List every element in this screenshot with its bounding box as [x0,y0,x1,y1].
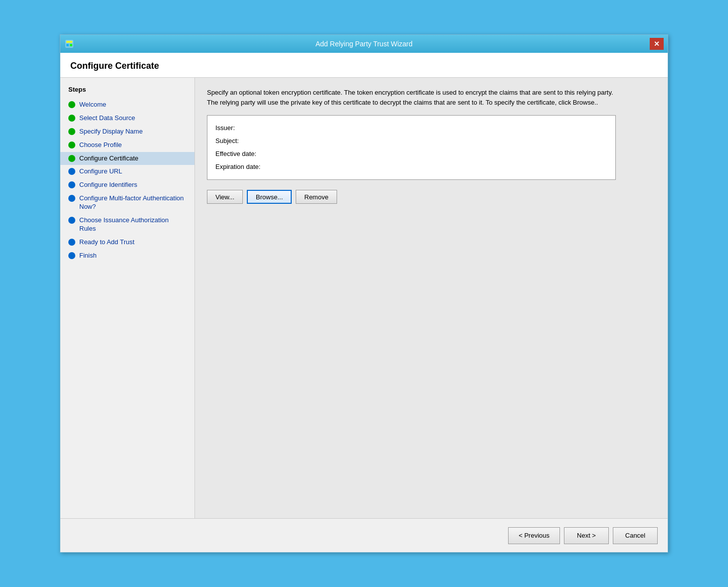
previous-button[interactable]: < Previous [508,527,560,544]
sidebar: Steps Welcome Select Data Source Specify… [60,78,195,518]
step-dot-select-data-source [68,115,75,122]
certificate-info-box: Issuer: Subject: Effective date: Expirat… [207,115,616,180]
step-dot-configure-certificate [68,155,75,162]
svg-rect-3 [70,44,72,46]
description-text: Specify an optional token encryption cer… [207,88,616,107]
step-configure-certificate[interactable]: Configure Certificate [60,152,194,165]
cert-expiration-date: Expiration date: [215,160,607,173]
step-choose-issuance[interactable]: Choose Issuance Authorization Rules [60,214,194,236]
step-configure-identifiers[interactable]: Configure Identifiers [60,178,194,192]
step-label-ready-to-add: Ready to Add Trust [79,238,135,247]
svg-rect-2 [66,44,69,46]
step-label-configure-certificate: Configure Certificate [79,154,139,163]
step-select-data-source[interactable]: Select Data Source [60,112,194,125]
step-choose-profile[interactable]: Choose Profile [60,139,194,152]
step-dot-configure-identifiers [68,181,75,188]
step-dot-ready-to-add [68,239,75,246]
next-button[interactable]: Next > [564,527,609,544]
step-dot-choose-profile [68,142,75,148]
step-welcome[interactable]: Welcome [60,98,194,112]
step-dot-welcome [68,101,75,108]
step-label-welcome: Welcome [79,101,106,109]
step-label-finish: Finish [79,252,97,260]
step-dot-choose-issuance [68,217,75,224]
step-label-configure-multifactor: Configure Multi-factor Authentication No… [79,194,186,211]
cert-subject: Subject: [215,135,607,147]
page-title: Configure Certificate [70,61,658,71]
window-icon [64,39,74,49]
browse-button[interactable]: Browse... [247,190,292,204]
cert-issuer: Issuer: [215,122,607,135]
step-ready-to-add[interactable]: Ready to Add Trust [60,236,194,249]
close-button[interactable]: ✕ [650,38,664,50]
view-button[interactable]: View... [207,190,243,204]
window-title: Add Relying Party Trust Wizard [78,40,650,48]
step-configure-multifactor[interactable]: Configure Multi-factor Authentication No… [60,192,194,214]
footer: < Previous Next > Cancel [60,518,668,552]
step-configure-url[interactable]: Configure URL [60,165,194,178]
cert-effective-date: Effective date: [215,147,607,160]
page-header: Configure Certificate [60,53,668,78]
remove-button[interactable]: Remove [296,190,337,204]
step-label-choose-profile: Choose Profile [79,141,122,149]
main-body: Steps Welcome Select Data Source Specify… [60,78,668,518]
step-dot-configure-multifactor [68,195,75,202]
step-label-select-data-source: Select Data Source [79,114,135,123]
step-label-configure-identifiers: Configure Identifiers [79,181,137,189]
step-specify-display-name[interactable]: Specify Display Name [60,125,194,139]
step-label-choose-issuance: Choose Issuance Authorization Rules [79,216,186,233]
content-area: Configure Certificate Steps Welcome Sele… [60,53,668,552]
cert-action-buttons: View... Browse... Remove [207,190,656,204]
step-finish[interactable]: Finish [60,249,194,263]
step-dot-specify-display-name [68,128,75,135]
step-label-specify-display-name: Specify Display Name [79,128,143,136]
svg-rect-1 [66,41,72,43]
right-panel: Specify an optional token encryption cer… [195,78,668,518]
title-bar: Add Relying Party Trust Wizard ✕ [60,35,668,53]
step-label-configure-url: Configure URL [79,167,122,176]
wizard-window: Add Relying Party Trust Wizard ✕ Configu… [60,34,668,553]
step-dot-finish [68,252,75,259]
cancel-button[interactable]: Cancel [613,527,658,544]
step-dot-configure-url [68,168,75,175]
steps-label: Steps [60,86,194,98]
